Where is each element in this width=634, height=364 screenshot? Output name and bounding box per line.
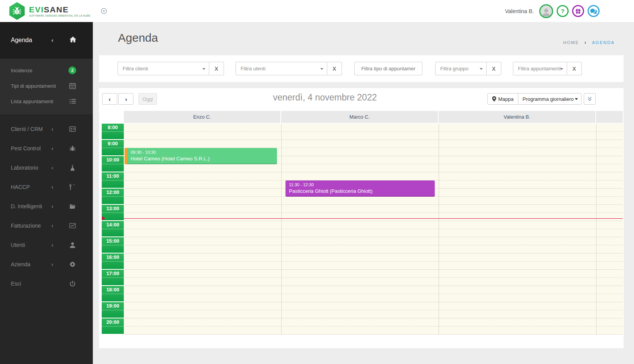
filter-select-filtra-gruppo[interactable]: Filtra gruppo bbox=[435, 62, 487, 75]
filter-placeholder: Filtra appuntamenti bbox=[518, 66, 561, 71]
sidebar-item-azienda[interactable]: Azienda‹ bbox=[0, 255, 93, 274]
view-mode-dropdown[interactable]: Programma giornaliero bbox=[518, 93, 581, 105]
gift-button[interactable] bbox=[572, 5, 584, 17]
breadcrumb-current: AGENDA bbox=[592, 40, 615, 45]
time-label: 10:00 bbox=[102, 156, 124, 164]
time-label: 15:00 bbox=[102, 237, 124, 245]
sidebar-section-agenda[interactable]: Agenda ‹ bbox=[0, 22, 93, 59]
filter-button-filtra-tipo-di-appuntamer[interactable]: Filtra tipo di appuntamer bbox=[354, 62, 422, 75]
time-label: 12:00 bbox=[102, 189, 124, 196]
filter-select-filtra-clienti[interactable]: Filtra clienti bbox=[118, 62, 209, 75]
grid-line-row bbox=[124, 310, 623, 318]
sidebar-item-d-intelligenti[interactable]: D. Intelligenti‹ bbox=[0, 197, 93, 216]
brand-text: EVISANE SOFTWARE SANIDAD AMBIENTAL EN LA… bbox=[29, 5, 91, 17]
caret-down-icon bbox=[202, 68, 205, 71]
grid-body: 8:009:0010:0011:0012:0013:0014:0015:0016… bbox=[102, 124, 623, 335]
sidebar-item-clienti-crm[interactable]: Clienti / CRM‹ bbox=[0, 119, 93, 139]
sidebar-item-esci[interactable]: Esci bbox=[0, 274, 93, 293]
time-cell: 12:00 bbox=[102, 189, 124, 205]
grid-header-gutter bbox=[596, 111, 623, 124]
filter-select-filtra-utenti[interactable]: Filtra utenti bbox=[236, 62, 327, 75]
sidebar-item-label: Lista appuntamenti bbox=[11, 99, 53, 104]
sidebar-item-haccp[interactable]: HACCP‹ bbox=[0, 177, 93, 197]
sidebar-item-label: Pest Control bbox=[11, 145, 41, 151]
current-time-line bbox=[124, 218, 623, 219]
sidebar-item-fatturazione[interactable]: Fatturazione‹ bbox=[0, 216, 93, 235]
time-label: 11:00 bbox=[102, 172, 124, 180]
calendar-event[interactable]: 09:30 - 10:30Hotel Cameo (Hotel Cameo S.… bbox=[125, 148, 277, 164]
sidebar-item-laboratorio[interactable]: Laboratorio‹ bbox=[0, 158, 93, 177]
column-header-enzo-c: Enzo C. bbox=[124, 111, 281, 124]
brand-sane: SANE bbox=[44, 5, 68, 14]
bug-icon bbox=[69, 145, 76, 152]
collapse-toolbar-button[interactable] bbox=[584, 93, 596, 105]
next-day-button[interactable]: › bbox=[118, 93, 133, 105]
time-label: 9:00 bbox=[102, 140, 124, 148]
time-cell: 10:00 bbox=[102, 156, 124, 172]
user-avatar[interactable] bbox=[539, 4, 553, 18]
chevron-left-icon: ‹ bbox=[51, 223, 53, 229]
time-cell: 11:00 bbox=[102, 172, 124, 189]
column-separator bbox=[596, 124, 596, 335]
chart-icon bbox=[69, 223, 76, 229]
filter-select-filtra-appuntamenti[interactable]: Filtra appuntamenti bbox=[513, 62, 567, 75]
sidebar-item-tipi-di-appuntamenti[interactable]: Tipi di appuntamenti bbox=[0, 78, 93, 94]
calendar-event[interactable]: 11:30 - 12:30Pasticceria Ghiott (Pasticc… bbox=[285, 180, 435, 197]
calendar-icon bbox=[69, 83, 76, 89]
sidebar-item-lista-appuntamenti[interactable]: Lista appuntamenti bbox=[0, 94, 93, 109]
app-logo[interactable]: EVISANE SOFTWARE SANIDAD AMBIENTAL EN LA… bbox=[9, 2, 91, 20]
help-button[interactable]: ? bbox=[557, 5, 569, 17]
filter-clear-button[interactable]: X bbox=[209, 62, 224, 75]
brand-tagline: SOFTWARE SANIDAD AMBIENTAL EN LA NUBE bbox=[29, 14, 91, 17]
time-column: 8:009:0010:0011:0012:0013:0014:0015:0016… bbox=[102, 124, 124, 335]
time-cell: 14:00 bbox=[102, 221, 124, 237]
map-button[interactable]: Mappa bbox=[487, 93, 518, 105]
today-button[interactable]: Oggi bbox=[138, 93, 157, 105]
grid-line-row bbox=[124, 213, 623, 221]
sidebar-item-utenti[interactable]: Utenti‹ bbox=[0, 235, 93, 255]
grid-line-row bbox=[124, 245, 623, 253]
chat-button[interactable] bbox=[588, 5, 600, 17]
grid-line-row bbox=[124, 262, 623, 270]
sidebar-item-label: Incidenze bbox=[11, 68, 32, 73]
chevron-left-icon: ‹ bbox=[51, 145, 53, 151]
calendar-date-title: venerdì, 4 novembre 2022 bbox=[265, 92, 385, 103]
time-label: 16:00 bbox=[102, 253, 124, 261]
power-icon bbox=[69, 281, 76, 287]
target-icon[interactable] bbox=[101, 8, 107, 14]
sidebar-menu: Clienti / CRM‹Pest Control‹Laboratorio‹H… bbox=[0, 119, 93, 293]
day-area[interactable]: 09:30 - 10:30Hotel Cameo (Hotel Cameo S.… bbox=[124, 124, 623, 335]
chevron-left-icon: ‹ bbox=[51, 184, 53, 190]
sidebar-item-label: Tipi di appuntamenti bbox=[11, 83, 56, 89]
grid-line-row bbox=[124, 229, 623, 237]
sidebar-item-label: Utenti bbox=[11, 242, 25, 248]
filter-placeholder: Filtra gruppo bbox=[440, 66, 468, 71]
grid-line-row bbox=[124, 278, 623, 286]
time-label: 20:00 bbox=[102, 318, 124, 326]
sidebar-item-label: HACCP bbox=[11, 184, 30, 190]
sidebar-item-label: Esci bbox=[11, 281, 21, 287]
sidebar-submenu: Incidenze2Tipi di appuntamentiLista appu… bbox=[0, 59, 93, 114]
breadcrumb: HOME › AGENDA bbox=[563, 40, 615, 45]
sidebar-section-label: Agenda bbox=[11, 37, 32, 44]
time-label: 17:00 bbox=[102, 270, 124, 277]
filter-clear-button[interactable]: X bbox=[567, 62, 582, 75]
filter-clear-button[interactable]: X bbox=[486, 62, 501, 75]
grid-line-row bbox=[124, 253, 623, 262]
grid-line-row bbox=[124, 270, 623, 278]
time-cell: 15:00 bbox=[102, 237, 124, 253]
sidebar-item-incidenze[interactable]: Incidenze2 bbox=[0, 63, 93, 78]
sidebar-item-pest-control[interactable]: Pest Control‹ bbox=[0, 139, 93, 158]
caret-down-icon bbox=[480, 68, 483, 71]
grid-line-row bbox=[124, 294, 623, 302]
prev-day-button[interactable]: ‹ bbox=[102, 93, 117, 105]
folder-icon bbox=[69, 203, 76, 210]
breadcrumb-home-link[interactable]: HOME bbox=[563, 40, 579, 45]
grid-header: Enzo C.Marco C.Valentina B. bbox=[102, 111, 623, 124]
time-cell: 8:00 bbox=[102, 124, 124, 140]
calendar-card: ‹ › Oggi venerdì, 4 novembre 2022 Mappa … bbox=[99, 88, 624, 348]
double-chevron-down-icon bbox=[587, 97, 592, 101]
filter-clear-button[interactable]: X bbox=[327, 62, 342, 75]
topbar: EVISANE SOFTWARE SANIDAD AMBIENTAL EN LA… bbox=[0, 0, 634, 22]
time-label: 14:00 bbox=[102, 221, 124, 229]
